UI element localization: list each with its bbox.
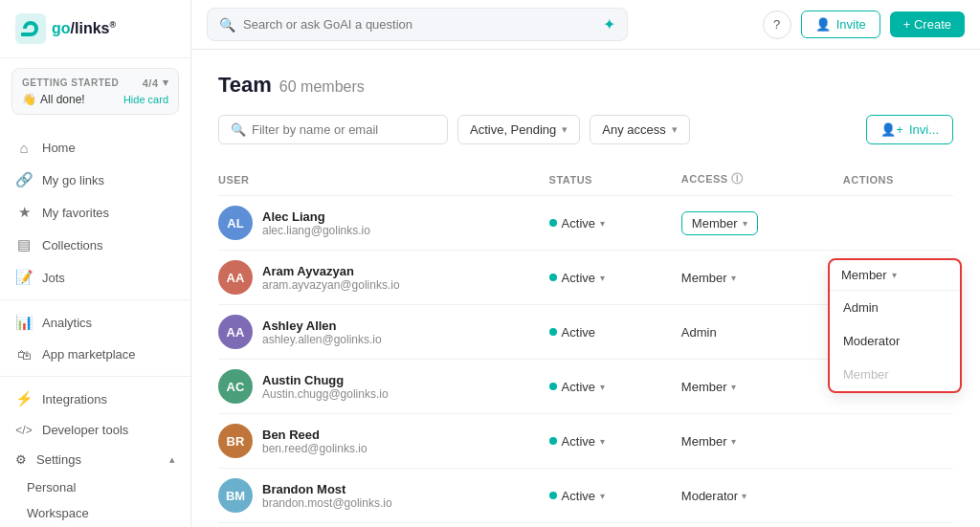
- avatar: BM: [218, 478, 253, 513]
- user-name: Ben Reed: [262, 428, 368, 442]
- access-chevron-icon: ▾: [743, 218, 747, 229]
- sidebar-item-my-go-links[interactable]: 🔗 My go links: [0, 164, 190, 196]
- avatar: AA: [218, 315, 253, 349]
- logo: go/links®: [0, 0, 190, 58]
- access-filter-dropdown[interactable]: Any access ▾: [590, 115, 689, 144]
- user-email: Austin.chugg@golinks.io: [262, 387, 389, 401]
- access-value-dropdown[interactable]: Moderator ▾: [681, 489, 843, 503]
- sidebar-item-settings[interactable]: ⚙ Settings ▴: [0, 445, 190, 474]
- sidebar-item-integrations[interactable]: ⚡ Integrations: [0, 383, 190, 415]
- jots-icon: 📝: [15, 269, 33, 286]
- sidebar-item-app-marketplace[interactable]: 🛍 App marketplace: [0, 339, 190, 370]
- topbar-invite-button[interactable]: 👤 Invite: [801, 11, 880, 38]
- status-label: Active: [562, 434, 595, 449]
- status-chevron-icon[interactable]: ▾: [600, 436, 605, 447]
- status-cell: Active ▾: [549, 196, 681, 251]
- access-dropdown-button[interactable]: Member ▾: [681, 211, 758, 235]
- main-area: 🔍 ✦ ? 👤 Invite + Create Team 60 members …: [191, 0, 980, 527]
- access-chevron-icon: ▾: [731, 382, 736, 392]
- access-cell: Member ▾: [681, 251, 843, 305]
- user-info: Alec Liang alec.liang@golinks.io: [262, 209, 370, 237]
- user-email: ashley.allen@golinks.io: [262, 333, 382, 346]
- user-cell: AL Alec Liang alec.liang@golinks.io: [218, 196, 549, 251]
- sidebar: go/links® GETTING STARTED 4/4 ▾ 👋 All do…: [0, 0, 191, 527]
- member-count: 60 members: [279, 78, 365, 96]
- status-chevron-icon[interactable]: ▾: [600, 382, 605, 392]
- search-input[interactable]: [243, 17, 595, 32]
- sidebar-item-analytics[interactable]: 📊 Analytics: [0, 306, 190, 339]
- user-info: Ashley Allen ashley.allen@golinks.io: [262, 318, 382, 346]
- user-name: Aram Ayvazyan: [262, 264, 400, 278]
- home-icon: ⌂: [15, 140, 33, 156]
- invite-members-button[interactable]: 👤+ Invi...: [866, 115, 953, 144]
- user-cell: BR Ben Reed ben.reed@golinks.io: [218, 414, 549, 469]
- topbar-create-button[interactable]: + Create: [890, 11, 965, 37]
- settings-icon: ⚙: [15, 452, 27, 467]
- user-info: Ben Reed ben.reed@golinks.io: [262, 428, 368, 455]
- dropdown-item-admin[interactable]: Admin: [830, 291, 960, 324]
- dropdown-item-member[interactable]: Member: [830, 358, 960, 391]
- access-info-icon[interactable]: ⓘ: [731, 172, 744, 186]
- user-name: Alec Liang: [262, 209, 370, 224]
- avatar: AC: [218, 369, 253, 404]
- filter-bar: 🔍 Active, Pending ▾ Any access ▾ 👤+ Invi…: [218, 115, 953, 144]
- user-email: alec.liang@golinks.io: [262, 224, 370, 237]
- access-value-dropdown[interactable]: Member ▾: [681, 434, 843, 449]
- user-info: Austin Chugg Austin.chugg@golinks.io: [262, 373, 389, 401]
- col-header-access: ACCESS ⓘ: [681, 164, 843, 196]
- status-cell: Active ▾: [549, 251, 681, 305]
- sidebar-item-label-marketplace: App marketplace: [42, 347, 136, 362]
- table-row: AL Alec Liang alec.liang@golinks.io Acti…: [218, 196, 953, 251]
- actions-cell: [843, 469, 953, 523]
- col-header-user: USER: [218, 164, 549, 196]
- dropdown-header[interactable]: Member ▾: [830, 260, 960, 291]
- status-label: Active: [562, 489, 595, 503]
- help-button[interactable]: ?: [763, 11, 791, 39]
- access-filter-chevron: ▾: [672, 123, 678, 136]
- status-dot: [549, 383, 557, 390]
- sidebar-item-my-favorites[interactable]: ★ My favorites: [0, 196, 190, 229]
- actions-cell: [843, 414, 953, 469]
- status-cell: Active ▾: [549, 360, 681, 414]
- access-cell: Member ▾: [681, 360, 843, 414]
- user-cell: AC Austin Chugg Austin.chugg@golinks.io: [218, 360, 549, 414]
- status-dot: [549, 219, 557, 227]
- col-header-actions: ACTIONS: [843, 164, 953, 196]
- filter-search-input[interactable]: [252, 122, 435, 137]
- marketplace-icon: 🛍: [15, 346, 33, 362]
- content-area: Team 60 members 🔍 Active, Pending ▾ Any …: [191, 50, 980, 527]
- nav-divider-2: [0, 376, 190, 377]
- status-filter-dropdown[interactable]: Active, Pending ▾: [457, 115, 580, 144]
- status-cell: Active ▾: [549, 414, 681, 469]
- ai-icon[interactable]: ✦: [603, 15, 615, 33]
- filter-search-box[interactable]: 🔍: [218, 115, 448, 144]
- status-chevron-icon[interactable]: ▾: [600, 273, 605, 283]
- status-dot: [549, 492, 557, 499]
- access-chevron-icon: ▾: [731, 273, 736, 283]
- status-chevron-icon[interactable]: ▾: [600, 218, 605, 229]
- avatar: AA: [218, 260, 253, 295]
- sidebar-item-collections[interactable]: ▤ Collections: [0, 229, 190, 261]
- hide-card-link[interactable]: Hide card: [123, 94, 168, 105]
- sidebar-item-jots[interactable]: 📝 Jots: [0, 261, 190, 294]
- table-row: BR Ben Reed ben.reed@golinks.io Active ▾…: [218, 414, 953, 469]
- access-value-dropdown[interactable]: Member ▾: [681, 271, 843, 285]
- sidebar-sub-item-workspace[interactable]: Workspace: [0, 500, 190, 526]
- star-icon: ★: [15, 204, 33, 221]
- sidebar-item-label-analytics: Analytics: [42, 316, 92, 330]
- integrations-icon: ⚡: [15, 390, 33, 407]
- sidebar-item-developer-tools[interactable]: </> Developer tools: [0, 415, 190, 445]
- access-value-dropdown[interactable]: Member ▾: [681, 380, 843, 394]
- dropdown-item-moderator[interactable]: Moderator: [830, 324, 960, 358]
- status-cell: Active: [549, 305, 681, 360]
- status-label: Active: [562, 325, 595, 340]
- status-chevron-icon[interactable]: ▾: [600, 491, 605, 501]
- sidebar-sub-item-personal[interactable]: Personal: [0, 474, 190, 500]
- status-label: Active: [562, 380, 595, 394]
- search-box[interactable]: 🔍 ✦: [207, 8, 628, 41]
- sidebar-item-label-collections: Collections: [42, 238, 103, 253]
- access-value: Moderator: [681, 489, 738, 503]
- status-filter-label: Active, Pending: [470, 122, 556, 137]
- sidebar-item-home[interactable]: ⌂ Home: [0, 132, 190, 164]
- sidebar-sub-label-workspace: Workspace: [27, 506, 89, 520]
